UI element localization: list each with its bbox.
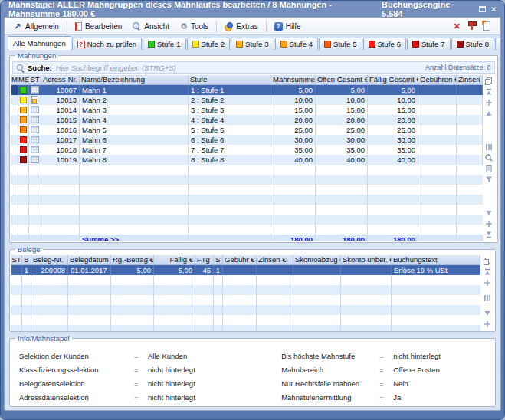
col-rg-betrag[interactable]: Rg.-Betrag €: [111, 255, 154, 264]
goto-first-icon[interactable]: [484, 87, 494, 97]
table-row[interactable]: 10013 Mahn 2 2 : Stufe 2 10,00 10,00 10,…: [11, 95, 483, 105]
table-row[interactable]: 10014 Mahn 3 3 : Stufe 3 15,00 15,00 15,…: [11, 105, 483, 115]
menu-item-tools[interactable]: Tools: [175, 19, 214, 34]
insert-icon[interactable]: [483, 278, 492, 287]
col-stufe[interactable]: Stufe: [189, 75, 271, 84]
window-close-button[interactable]: [489, 5, 498, 14]
notebook-icon: [75, 22, 82, 31]
tab-stufe-2[interactable]: Stufe 2: [187, 38, 230, 50]
empty-row: [11, 305, 480, 315]
belege-groupbox: Belege ST B Beleg-Nr. Belegdatum Rg.-Bet…: [9, 245, 496, 332]
mahnstufe-color-icon: [20, 116, 27, 123]
delete-x-icon[interactable]: [454, 21, 461, 31]
columns-icon[interactable]: [484, 143, 494, 152]
menu-separator: [67, 21, 67, 32]
menu-item-extras[interactable]: Extras: [219, 20, 263, 33]
tab-stufe-3[interactable]: Stufe 3: [231, 38, 274, 50]
table-row[interactable]: 10007 Mahn 1 1 : Stufe 1 5,00 5,00 5,00: [11, 85, 483, 95]
filter-icon[interactable]: [484, 175, 494, 184]
col-st[interactable]: ST: [29, 75, 41, 84]
menu-item-ansicht[interactable]: Ansicht: [127, 20, 175, 33]
mahnstufe-color-icon: [20, 146, 27, 153]
col-buchungstext[interactable]: Buchungstext: [392, 255, 480, 264]
window-restore-button[interactable]: [477, 5, 487, 14]
info-item: Nur Rechtsfälle mahnen = Nein: [281, 379, 487, 388]
record-count: Anzahl Datensätze: 8: [425, 64, 491, 71]
search-label: Suche:: [28, 64, 52, 72]
table-icon: [31, 146, 39, 153]
summe-row: Summe >> 180,00 180,00 180,00: [11, 235, 483, 241]
col-faellig-gesamt[interactable]: Fällig Gesamt €: [368, 75, 418, 84]
mahnstufe-color-icon: [20, 136, 27, 143]
col-m[interactable]: M: [11, 75, 18, 84]
note-page-icon[interactable]: [483, 21, 490, 31]
goto-last-icon[interactable]: [483, 330, 492, 332]
tab-stufe-6[interactable]: Stufe 6: [363, 38, 406, 50]
toolbar-right-group: [454, 21, 497, 31]
columns-icon[interactable]: [483, 294, 492, 303]
menu-item-bearbeiten[interactable]: Bearbeiten: [70, 20, 127, 33]
menu-separator: [266, 21, 267, 32]
col-adress-nr[interactable]: Adress-Nr.: [41, 75, 80, 84]
scroll-down-icon[interactable]: [484, 208, 494, 218]
col-belegdatum[interactable]: Belegdatum: [68, 255, 111, 264]
info-item: Klassifizierungsselektion = nicht hinter…: [19, 366, 281, 374]
menu-item-hilfe[interactable]: Hilfe: [269, 20, 307, 33]
empty-row: [11, 285, 480, 295]
summe-faellig: 180,00: [368, 235, 418, 241]
col-beleg-nr[interactable]: Beleg-Nr.: [31, 255, 68, 264]
scroll-up-icon[interactable]: [484, 109, 494, 118]
table-row[interactable]: 10017 Mahn 6 6 : Stufe 6 30,00 30,00 30,…: [11, 135, 483, 145]
copy-icon[interactable]: [484, 77, 494, 86]
tab-stufe-1[interactable]: Stufe 1: [143, 38, 185, 50]
append-icon[interactable]: [484, 219, 494, 228]
export-icon[interactable]: [484, 164, 494, 173]
empty-row: [11, 295, 480, 305]
empty-row: [11, 315, 480, 325]
goto-first-icon[interactable]: [483, 267, 492, 277]
pin-icon[interactable]: [468, 21, 475, 31]
menu-separator: [216, 21, 217, 32]
tab-stufe-4[interactable]: Stufe 4: [275, 38, 318, 50]
copy-icon[interactable]: [483, 257, 492, 266]
append-icon[interactable]: [483, 320, 492, 329]
menu-item-allgemein[interactable]: Allgemein: [8, 19, 64, 34]
col-gebuehr[interactable]: Gebühr €: [223, 255, 257, 264]
col-ftg[interactable]: FTg: [195, 255, 214, 264]
tab-rechtsfaelle[interactable]: Rechtsfälle: [495, 38, 501, 50]
table-row[interactable]: 10016 Mahn 5 5 : Stufe 5 25,00 25,00 25,…: [11, 125, 483, 135]
tab-stufe-8[interactable]: Stufe 8: [451, 38, 494, 50]
mahnungen-table-header: M MS ST Adress-Nr. Name/Bezeichnung Stuf…: [11, 75, 483, 85]
col-b[interactable]: B: [22, 255, 31, 264]
col-ms[interactable]: MS: [18, 75, 29, 84]
col-st[interactable]: ST: [11, 255, 22, 264]
tab-stufe-5[interactable]: Stufe 5: [319, 38, 362, 50]
tab-bar: Alle Mahnungen Noch zu prüfen Stufe 1 St…: [5, 35, 500, 50]
col-gebuehren[interactable]: Gebühren €: [418, 75, 457, 84]
col-s[interactable]: S: [214, 255, 223, 264]
search-grid-icon[interactable]: [484, 153, 494, 162]
mahnstufe-color-icon: [20, 87, 27, 94]
info-groupbox: Info/Mahnstapel Selektion der Kunden = A…: [9, 334, 496, 407]
arrow-ne-icon: [14, 21, 22, 31]
search-input[interactable]: [56, 64, 425, 72]
scroll-down-icon[interactable]: [483, 309, 492, 318]
tab-stufe-7[interactable]: Stufe 7: [407, 38, 450, 50]
col-offen-gesamt[interactable]: Offen Gesamt €: [316, 75, 368, 84]
col-mahnsumme[interactable]: Mahnsumme €: [271, 75, 316, 84]
col-zinsen[interactable]: Zinsen: [457, 75, 483, 84]
beleg-row[interactable]: 1 200008 01.01.2017 5,00 5,00 45 1 Erlös…: [11, 265, 480, 275]
goto-last-icon[interactable]: [484, 230, 494, 239]
col-skontoabzug[interactable]: Skontoabzug €: [293, 255, 341, 264]
col-name[interactable]: Name/Bezeichnung: [80, 75, 189, 84]
table-row[interactable]: 10015 Mahn 4 4 : Stufe 4 20,00 20,00 20,…: [11, 115, 483, 125]
extras-icon: [225, 22, 233, 31]
col-zinsen[interactable]: Zinsen €: [257, 255, 293, 264]
tab-alle-mahnungen[interactable]: Alle Mahnungen: [8, 36, 71, 50]
tab-noch-zu-pruefen[interactable]: Noch zu prüfen: [72, 38, 142, 50]
insert-icon[interactable]: [484, 98, 494, 107]
table-row[interactable]: 10019 Mahn 8 8 : Stufe 8 40,00 40,00 40,…: [11, 155, 483, 165]
table-row[interactable]: 10018 Mahn 7 7 : Stufe 7 35,00 35,00 35,…: [11, 145, 483, 155]
col-faellig[interactable]: Fällig €: [154, 255, 195, 264]
col-skonto-unber[interactable]: Skonto unber. €: [341, 255, 392, 264]
